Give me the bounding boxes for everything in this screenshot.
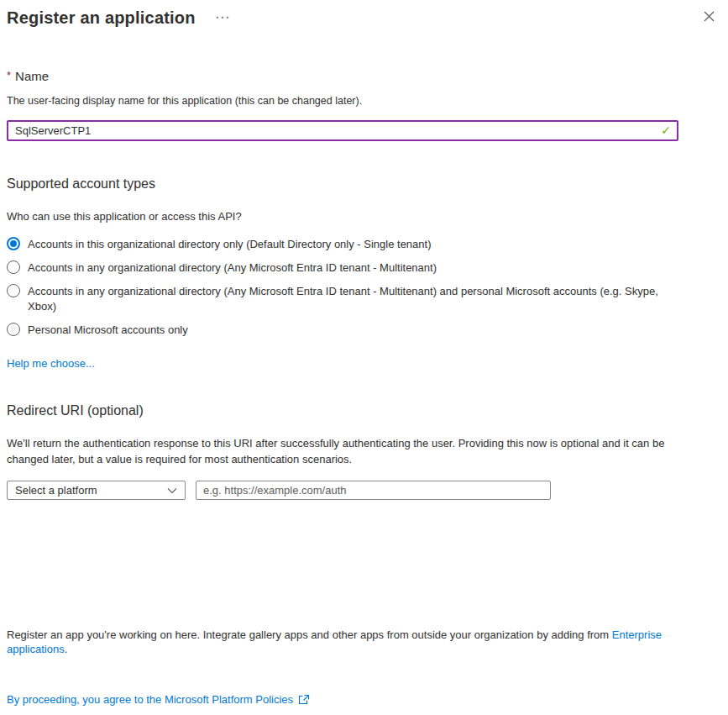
redirect-uri-input[interactable] [196,481,551,500]
external-link-icon [298,694,310,705]
required-asterisk: * [7,69,11,81]
platform-policies-row: By proceeding, you agree to the Microsof… [7,693,721,706]
platform-policies-link[interactable]: By proceeding, you agree to the Microsof… [7,693,293,706]
radio-option-multitenant-personal[interactable]: Accounts in any organizational directory… [7,280,721,318]
valid-check-icon: ✓ [661,124,671,137]
radio-button[interactable] [7,260,20,274]
radio-button[interactable] [7,237,20,250]
more-options-icon[interactable]: ··· [212,12,234,24]
close-icon[interactable] [701,8,716,24]
radio-option-label: Accounts in this organizational director… [28,237,432,252]
chevron-down-icon [167,487,177,494]
radio-option-personal-only[interactable]: Personal Microsoft accounts only [7,318,721,342]
page-title: Register an application [7,8,196,28]
radio-option-multitenant[interactable]: Accounts in any organizational directory… [7,256,721,280]
redirect-uri-controls: Select a platform [7,481,721,500]
redirect-uri-description: We'll return the authentication response… [7,435,700,467]
radio-button[interactable] [7,284,20,297]
register-application-panel: Register an application ··· *Name The us… [0,0,728,715]
name-field-label: *Name [7,69,721,83]
radio-option-label: Accounts in any organizational directory… [28,284,668,314]
name-label-text: Name [15,69,49,83]
supported-account-types-heading: Supported account types [7,176,721,192]
account-types-question: Who can use this application or access t… [7,210,721,223]
radio-option-label: Personal Microsoft accounts only [28,323,188,338]
name-input[interactable] [7,120,678,141]
platform-select-dropdown[interactable]: Select a platform [7,481,186,500]
note-period: . [65,643,68,655]
radio-option-label: Accounts in any organizational directory… [28,260,437,276]
radio-option-single-tenant[interactable]: Accounts in this organizational director… [7,233,721,256]
radio-button[interactable] [7,323,20,336]
help-me-choose-link[interactable]: Help me choose... [7,357,95,370]
enterprise-apps-note: Register an app you're working on here. … [7,628,721,656]
platform-select-value: Select a platform [15,484,97,497]
redirect-uri-heading: Redirect URI (optional) [7,403,721,418]
name-input-wrapper: ✓ [7,120,678,141]
note-text: Register an app you're working on here. … [7,628,612,641]
name-field-description: The user-facing display name for this ap… [7,95,721,107]
panel-header: Register an application ··· [7,5,721,30]
account-types-radio-group: Accounts in this organizational director… [7,233,721,342]
